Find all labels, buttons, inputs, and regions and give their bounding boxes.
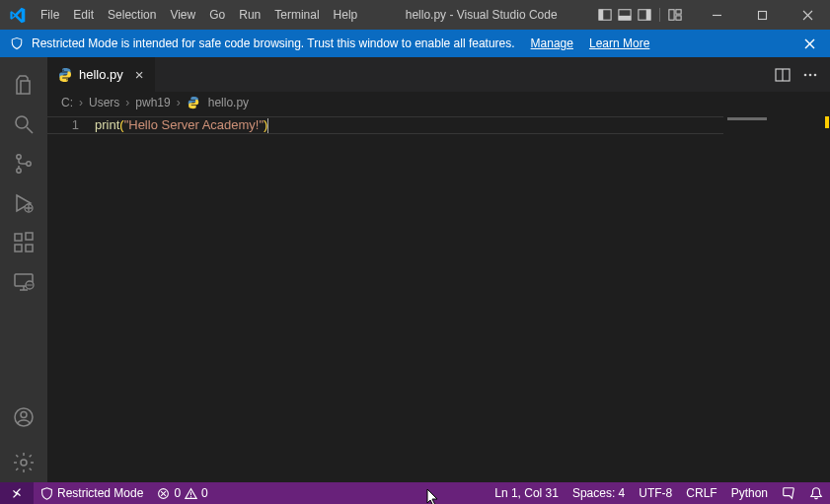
svg-line-16	[27, 127, 33, 133]
vscode-logo	[0, 7, 34, 24]
error-count: 0	[174, 486, 181, 500]
svg-point-37	[814, 73, 817, 76]
tab-hello-py[interactable]: hello.py ×	[47, 57, 156, 92]
svg-rect-21	[15, 234, 22, 241]
remote-explorer-icon[interactable]	[0, 262, 47, 302]
editor-area: hello.py × C: › Users › pwh19 › hello.py	[47, 57, 830, 482]
menu-go[interactable]: Go	[202, 0, 232, 30]
toggle-sidebar-right-icon[interactable]	[638, 8, 651, 22]
editor-tabs: hello.py ×	[47, 57, 830, 92]
toggle-panel-bottom-icon[interactable]	[618, 8, 632, 22]
menu-view[interactable]: View	[163, 0, 202, 30]
activity-bar	[0, 57, 47, 482]
menu-edit[interactable]: Edit	[66, 0, 101, 30]
status-cursor-position[interactable]: Ln 1, Col 31	[488, 482, 566, 504]
svg-rect-1	[599, 10, 603, 21]
line-number-gutter: 1	[47, 113, 95, 482]
breadcrumb-part[interactable]: Users	[89, 96, 119, 109]
chevron-right-icon: ›	[123, 96, 131, 109]
python-file-icon	[57, 67, 73, 83]
status-notifications-icon[interactable]	[802, 482, 830, 504]
svg-point-32	[21, 460, 27, 466]
main-area: hello.py × C: › Users › pwh19 › hello.py	[0, 57, 830, 482]
breadcrumb-part[interactable]: C:	[61, 96, 73, 109]
menu-help[interactable]: Help	[327, 0, 365, 30]
banner-message: Restricted Mode is intended for safe cod…	[32, 36, 515, 50]
svg-rect-8	[676, 16, 681, 20]
svg-point-31	[21, 412, 27, 418]
more-actions-icon[interactable]	[802, 67, 818, 83]
menu-selection[interactable]: Selection	[101, 0, 163, 30]
close-tab-icon[interactable]: ×	[135, 67, 144, 82]
breadcrumbs[interactable]: C: › Users › pwh19 › hello.py	[47, 92, 830, 113]
minimap[interactable]	[727, 113, 816, 482]
explorer-icon[interactable]	[0, 65, 47, 105]
settings-gear-icon[interactable]	[0, 443, 47, 482]
main-menu: File Edit Selection View Go Run Terminal…	[34, 0, 364, 30]
toggle-sidebar-left-icon[interactable]	[598, 8, 612, 22]
manage-link[interactable]: Manage	[531, 36, 573, 50]
svg-point-19	[27, 162, 31, 166]
svg-rect-7	[676, 10, 681, 14]
extensions-icon[interactable]	[0, 223, 47, 262]
split-editor-icon[interactable]	[775, 67, 791, 83]
chevron-right-icon: ›	[175, 96, 183, 109]
python-file-icon	[187, 96, 200, 109]
svg-point-42	[190, 496, 191, 497]
status-restricted-label: Restricted Mode	[57, 486, 143, 500]
svg-rect-5	[646, 10, 650, 21]
menu-terminal[interactable]: Terminal	[267, 0, 326, 30]
token-string: "Hello Server Academy!"	[124, 117, 264, 132]
learn-more-link[interactable]: Learn More	[589, 36, 649, 50]
svg-rect-6	[669, 10, 674, 21]
status-language-mode[interactable]: Python	[724, 482, 775, 504]
status-feedback-icon[interactable]	[775, 482, 802, 504]
menu-run[interactable]: Run	[232, 0, 267, 30]
code-content[interactable]: print("Hello Server Academy!")	[95, 113, 830, 482]
run-debug-icon[interactable]	[0, 183, 47, 223]
warning-count: 0	[201, 486, 208, 500]
window-title: hello.py - Visual Studio Code	[364, 8, 598, 22]
text-caret	[267, 118, 268, 133]
status-indentation[interactable]: Spaces: 4	[566, 482, 632, 504]
menu-file[interactable]: File	[34, 0, 66, 30]
tab-label: hello.py	[79, 67, 123, 82]
svg-rect-24	[26, 233, 33, 240]
breadcrumb-part[interactable]: pwh19	[135, 96, 170, 109]
code-editor[interactable]: 1 print("Hello Server Academy!")	[47, 113, 830, 482]
source-control-icon[interactable]	[0, 144, 47, 183]
restricted-mode-banner: Restricted Mode is intended for safe cod…	[0, 30, 830, 57]
window-controls	[694, 0, 830, 30]
status-bar: Restricted Mode 0 0 Ln 1, Col 31 Spaces:…	[0, 482, 830, 504]
title-bar: File Edit Selection View Go Run Terminal…	[0, 0, 830, 30]
svg-rect-3	[619, 16, 631, 20]
svg-point-35	[804, 73, 807, 76]
status-problems[interactable]: 0 0	[150, 482, 214, 504]
customize-layout-icon[interactable]	[668, 8, 682, 22]
close-banner-button[interactable]	[799, 37, 820, 50]
svg-point-36	[809, 73, 812, 76]
accounts-icon[interactable]	[0, 397, 47, 437]
svg-rect-23	[26, 245, 33, 252]
tab-actions	[775, 57, 830, 92]
svg-point-17	[17, 155, 21, 159]
remote-indicator[interactable]	[0, 482, 34, 504]
svg-rect-22	[15, 245, 22, 252]
breadcrumb-part[interactable]: hello.py	[208, 96, 249, 109]
svg-point-15	[16, 116, 28, 128]
token-function: print	[95, 117, 119, 132]
overview-ruler[interactable]	[816, 113, 830, 482]
status-encoding[interactable]: UTF-8	[632, 482, 679, 504]
minimize-button[interactable]	[694, 0, 739, 30]
svg-rect-10	[758, 11, 766, 19]
maximize-button[interactable]	[739, 0, 785, 30]
search-icon[interactable]	[0, 105, 47, 144]
shield-icon	[10, 36, 24, 50]
close-window-button[interactable]	[785, 0, 830, 30]
line-number: 1	[47, 117, 79, 132]
status-restricted-mode[interactable]: Restricted Mode	[34, 482, 150, 504]
layout-controls	[598, 8, 694, 22]
chevron-right-icon: ›	[77, 96, 85, 109]
svg-point-18	[17, 169, 21, 173]
status-eol[interactable]: CRLF	[679, 482, 723, 504]
